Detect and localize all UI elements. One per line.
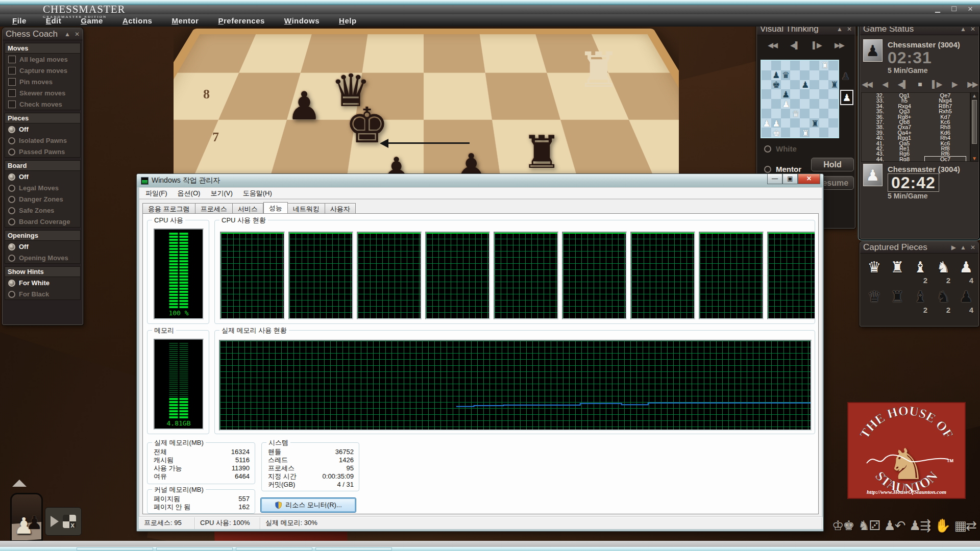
gs-playback-icon[interactable]: ◀◀ <box>862 80 872 88</box>
checkbox-icon[interactable] <box>8 67 16 74</box>
radio-icon[interactable] <box>8 126 15 133</box>
coach-option-off[interactable]: Off <box>5 171 80 182</box>
radio-icon[interactable] <box>8 255 15 262</box>
vt-playback-icon[interactable]: ◀◀ <box>768 41 777 49</box>
coach-option-danger-zones[interactable]: Danger Zones <box>5 193 80 205</box>
piece-set-thumbnail[interactable]: ♟ ♟ <box>10 493 43 542</box>
move-list[interactable]: 32.Qg1Qe733.h5Nxg434.Rxg4R8h735.Qg3Rxh53… <box>861 92 970 162</box>
radio-icon[interactable] <box>8 243 15 251</box>
black-rook-low[interactable]: ♜ <box>522 130 562 175</box>
tm-menu-item[interactable]: 보기(V) <box>206 188 236 199</box>
radio-icon[interactable] <box>8 218 15 226</box>
visual-thinking-radio-white[interactable]: White <box>764 144 797 153</box>
black-move[interactable]: Qc7 <box>925 157 966 162</box>
radio-icon[interactable] <box>764 166 771 173</box>
house-of-staunton-ad[interactable]: THE HOUSE OF STAUNTON ♞ TM http://www.Ho… <box>847 402 966 499</box>
radio-icon[interactable] <box>764 145 771 153</box>
move-now-icon[interactable]: ✋ <box>935 515 950 536</box>
cp-expand-icon[interactable]: ▶ <box>951 244 956 251</box>
windows-taskbar[interactable] <box>0 547 980 551</box>
close-icon[interactable]: ✕ <box>965 5 976 13</box>
minimize-icon[interactable]: ▁ <box>932 5 943 13</box>
coach-collapse-icon[interactable]: ▲ <box>64 31 70 38</box>
coach-option-capture-moves[interactable]: Capture moves <box>5 65 80 76</box>
gs-playback-icon[interactable]: ▌▶ <box>932 80 942 88</box>
visual-thinking-radio-mentor[interactable]: Mentor <box>764 165 801 173</box>
taskbar-window-button[interactable] <box>315 547 392 550</box>
chessmaster-titlebar[interactable] <box>0 5 980 14</box>
tm-menu-item[interactable]: 옵션(O) <box>174 188 205 199</box>
menu-preferences[interactable]: Preferences <box>218 16 264 25</box>
move-row[interactable]: 35.Qg3Rxh5 <box>862 109 970 114</box>
tm-menu-item[interactable]: 도움말(H) <box>239 188 276 199</box>
radio-icon[interactable] <box>8 280 15 287</box>
radio-icon[interactable] <box>8 207 15 214</box>
radio-icon[interactable] <box>8 185 15 192</box>
radio-icon[interactable] <box>8 196 15 203</box>
coach-option-safe-zones[interactable]: Safe Zones <box>5 205 80 216</box>
coach-option-off[interactable]: Off <box>5 123 80 135</box>
coach-option-for-black[interactable]: For Black <box>5 288 80 299</box>
setup-position-icon[interactable]: ♔♚ <box>832 515 854 536</box>
checkbox-icon[interactable] <box>8 101 16 108</box>
task-manager-titlebar[interactable]: Windows 작업 관리자 <box>137 174 823 187</box>
maximize-icon[interactable]: ☐ <box>948 5 960 13</box>
takeback-move-icon[interactable]: ♟↶ <box>884 515 905 536</box>
tm-close-icon[interactable]: ✕ <box>798 174 820 184</box>
flip-board-icon[interactable]: ▦⇄ <box>954 515 976 536</box>
taskbar-window-button[interactable] <box>156 547 233 550</box>
tab-1[interactable]: 프로세스 <box>195 203 233 214</box>
cp-close-icon[interactable]: ✕ <box>970 244 975 251</box>
gs-playback-icon[interactable]: ▶▶ <box>967 80 977 88</box>
coach-option-passed-pawns[interactable]: Passed Pawns <box>5 146 80 157</box>
tab-0[interactable]: 응용 프로그램 <box>142 203 195 214</box>
radio-icon[interactable] <box>8 148 15 156</box>
black-move[interactable]: Rxh5 <box>925 109 966 114</box>
cp-collapse-icon[interactable]: ▲ <box>960 244 966 251</box>
white-rook[interactable]: ♜ <box>577 46 620 94</box>
move-row[interactable]: 44.Rg8Qc7 <box>862 157 970 162</box>
black-pawn-left[interactable]: ♟ <box>287 87 322 126</box>
panel-expand-arrow-icon[interactable] <box>12 480 27 487</box>
coach-option-for-white[interactable]: For White <box>5 277 80 288</box>
menu-windows[interactable]: Windows <box>284 16 320 25</box>
scroll-up-icon[interactable]: ▲ <box>971 93 978 98</box>
radio-icon[interactable] <box>8 291 15 298</box>
play-icon[interactable] <box>51 516 59 527</box>
black-move[interactable]: Rh4 <box>925 135 966 140</box>
gs-playback-icon[interactable]: ▶ <box>952 80 957 88</box>
tm-maximize-icon[interactable]: ▣ <box>782 174 798 184</box>
hold-button[interactable]: Hold <box>811 158 854 171</box>
vt-playback-icon[interactable]: ▶▶ <box>835 41 844 49</box>
rated-game-icon[interactable]: ♞⚂ <box>858 515 879 536</box>
coach-close-icon[interactable]: ✕ <box>75 31 80 38</box>
move-list-scrollbar[interactable]: ▲ ▼ <box>970 92 978 162</box>
coach-option-isolated-pawns[interactable]: Isolated Pawns <box>5 135 80 146</box>
menu-file[interactable]: File <box>12 16 27 25</box>
menu-help[interactable]: Help <box>339 16 357 25</box>
checkbox-icon[interactable] <box>8 89 16 97</box>
menu-mentor[interactable]: Mentor <box>172 16 199 25</box>
coach-option-all-legal-moves[interactable]: All legal moves <box>5 54 80 65</box>
white-move[interactable]: Rg8 <box>884 157 925 162</box>
gs-playback-icon[interactable]: ◀ <box>883 80 888 88</box>
taskbar-window-button[interactable] <box>236 547 312 550</box>
coach-option-board-coverage[interactable]: Board Coverage <box>5 216 80 227</box>
vt-playback-icon[interactable]: ▌▶ <box>813 41 821 49</box>
menu-actions[interactable]: Actions <box>122 16 153 25</box>
coach-option-skewer-moves[interactable]: Skewer moves <box>5 87 80 98</box>
tab-4[interactable]: 네트워킹 <box>288 203 325 214</box>
checkbox-icon[interactable] <box>8 56 16 63</box>
captured-pieces-titlebar[interactable]: Captured Pieces ▶▲✕ <box>860 241 978 254</box>
tm-menu-item[interactable]: 파일(F) <box>141 188 172 199</box>
white-move[interactable]: Qg3 <box>884 109 925 114</box>
taskbar-window-button[interactable] <box>77 547 153 550</box>
tab-5[interactable]: 사용자 <box>325 203 356 214</box>
chess-coach-titlebar[interactable]: Chess Coach ▲✕ <box>3 28 83 40</box>
vt-playback-icon[interactable]: ◀▌ <box>791 41 799 49</box>
radio-icon[interactable] <box>8 137 15 144</box>
resource-monitor-button[interactable]: 리소스 모니터(R)... <box>260 497 356 513</box>
coach-option-pin-moves[interactable]: Pin moves <box>5 76 80 87</box>
coach-option-opening-moves[interactable]: Opening Moves <box>5 252 80 263</box>
gs-playback-icon[interactable]: ◀▌ <box>898 80 908 88</box>
